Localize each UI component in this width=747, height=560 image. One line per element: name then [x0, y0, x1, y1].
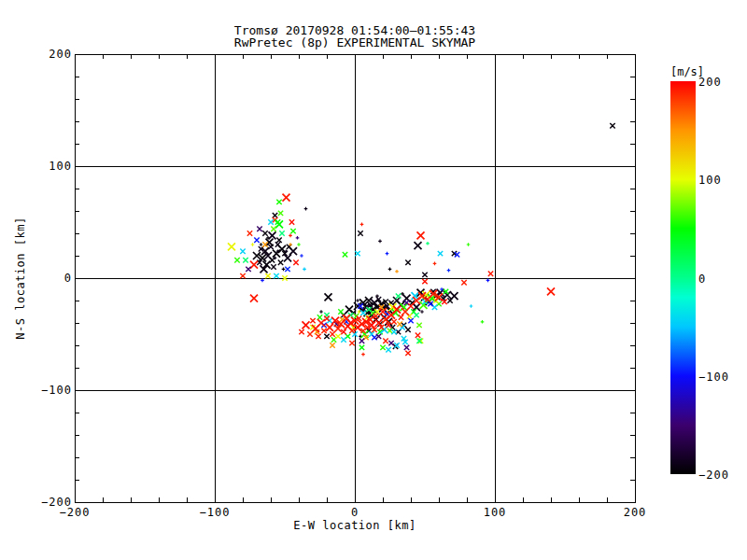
data-point	[405, 328, 410, 332]
data-point	[330, 331, 334, 336]
data-point	[408, 318, 413, 323]
data-point	[486, 279, 490, 283]
data-point	[610, 123, 614, 128]
data-point	[324, 316, 329, 321]
data-point	[335, 334, 340, 339]
data-point	[372, 335, 376, 340]
data-point	[330, 343, 334, 347]
data-point	[325, 293, 332, 301]
data-point	[359, 345, 364, 350]
data-point	[303, 321, 310, 329]
data-point	[397, 322, 402, 327]
data-point	[451, 292, 458, 300]
data-point	[283, 194, 290, 202]
data-point	[271, 264, 275, 269]
data-point	[285, 267, 289, 272]
plot-title-line2: RwPretec (8p) EXPERIMENTAL SKYMAP	[75, 35, 635, 49]
data-point	[345, 306, 353, 314]
data-point	[278, 260, 283, 265]
data-point	[271, 227, 275, 231]
data-point	[396, 294, 401, 299]
data-point	[361, 353, 365, 357]
x-tick-label: 200	[607, 506, 663, 519]
colorbar-gradient	[670, 81, 696, 474]
data-point	[310, 318, 315, 323]
y-tick-label: 200	[23, 48, 72, 61]
data-point	[240, 249, 245, 254]
skymap-plot-canvas	[0, 0, 747, 560]
x-axis-label: E-W location [km]	[75, 519, 635, 532]
data-point	[416, 333, 420, 338]
y-tick-label: −100	[23, 384, 72, 397]
data-point	[243, 258, 247, 262]
data-point	[282, 268, 286, 272]
data-point	[247, 231, 252, 235]
data-point	[360, 223, 364, 227]
data-point	[299, 329, 303, 334]
data-point	[386, 347, 390, 352]
x-tick-label: 100	[467, 506, 523, 519]
data-point	[296, 236, 300, 240]
data-point	[228, 243, 235, 250]
x-tick-label: 0	[327, 506, 383, 519]
y-tick-label: 100	[23, 160, 72, 173]
data-point	[234, 258, 239, 262]
data-point	[447, 269, 451, 273]
colorbar-tick-label: −200	[698, 469, 747, 482]
data-point	[420, 310, 424, 314]
data-point	[273, 213, 277, 217]
data-point	[416, 323, 421, 328]
data-point	[415, 242, 422, 249]
data-point	[413, 303, 420, 311]
data-point	[250, 261, 258, 269]
data-point	[293, 260, 298, 265]
data-point	[341, 337, 345, 342]
data-point	[257, 227, 261, 231]
data-point	[395, 270, 399, 273]
data-point	[343, 252, 347, 257]
y-tick-label: 0	[23, 272, 72, 285]
data-point	[240, 273, 245, 278]
data-point	[488, 272, 493, 276]
data-point	[289, 219, 294, 224]
colorbar-tick-label: 100	[698, 174, 747, 187]
data-point	[356, 299, 359, 302]
data-point	[481, 320, 485, 324]
data-point	[297, 243, 301, 246]
colorbar-tick-label: −100	[698, 371, 747, 384]
data-point	[359, 339, 364, 343]
data-point	[279, 231, 284, 235]
data-point	[254, 238, 259, 243]
data-point	[383, 339, 388, 343]
colorbar-tick-label: 0	[698, 273, 747, 286]
y-tick-label: −200	[23, 496, 72, 509]
data-point	[349, 341, 354, 345]
data-point	[376, 334, 381, 339]
data-point	[316, 334, 320, 339]
data-point	[433, 262, 437, 266]
data-point	[276, 238, 281, 243]
data-point	[386, 252, 389, 256]
data-point	[405, 351, 410, 356]
data-point	[426, 242, 430, 245]
data-point	[289, 234, 292, 238]
data-point	[250, 295, 258, 302]
data-point	[399, 315, 403, 319]
data-point	[262, 231, 267, 235]
data-point	[547, 287, 555, 295]
data-point	[319, 310, 323, 314]
data-point	[300, 254, 303, 258]
data-point	[261, 279, 264, 283]
data-point	[405, 260, 410, 265]
data-point	[417, 231, 425, 239]
data-point	[290, 229, 295, 233]
data-point	[317, 319, 325, 327]
data-point	[388, 268, 392, 272]
data-point	[414, 313, 418, 317]
data-point	[358, 231, 362, 235]
data-point	[251, 243, 255, 246]
colorbar-tick-label: 200	[698, 76, 747, 89]
data-point	[470, 304, 473, 308]
data-point	[289, 247, 297, 255]
data-point	[307, 331, 312, 336]
